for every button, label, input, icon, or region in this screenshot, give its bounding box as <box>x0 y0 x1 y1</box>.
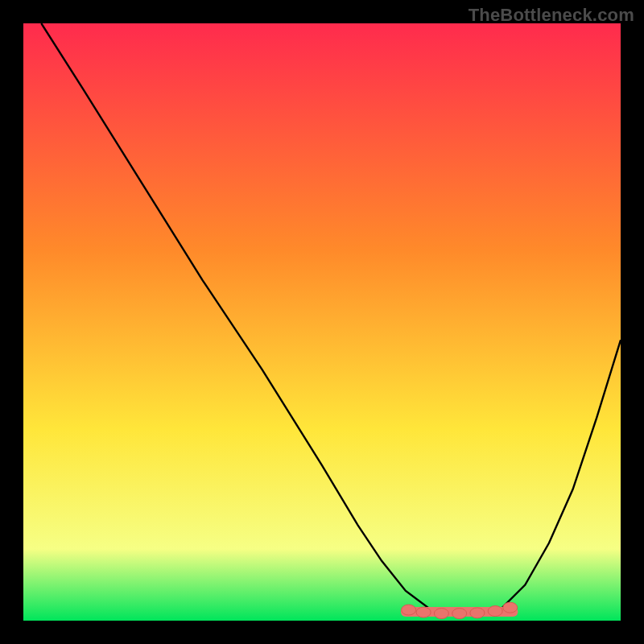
gradient-background <box>23 23 621 621</box>
marker-dot <box>402 605 416 615</box>
marker-dot <box>434 609 448 619</box>
marker-dot <box>452 609 467 619</box>
marker-dot <box>416 607 431 617</box>
marker-dot <box>488 606 502 617</box>
marker-dot <box>503 602 518 613</box>
chart-svg <box>23 23 621 621</box>
plot-area <box>23 23 621 621</box>
watermark-text: TheBottleneck.com <box>469 5 634 26</box>
marker-dot <box>470 608 485 618</box>
chart-frame: TheBottleneck.com <box>0 0 644 644</box>
